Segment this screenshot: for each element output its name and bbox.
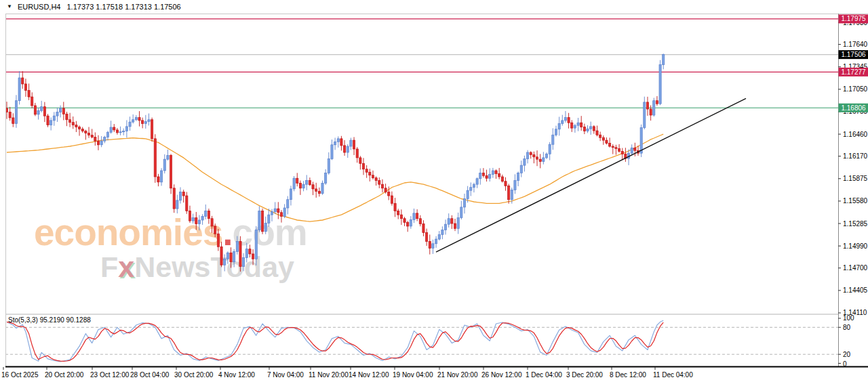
candle-body <box>85 131 87 133</box>
candle-body <box>356 149 358 158</box>
time-tick-label: 1 Dec 04:00 <box>526 371 562 379</box>
candle-body <box>315 189 317 191</box>
candle-body <box>47 116 49 125</box>
candle-body <box>325 173 327 183</box>
price-chart-canvas[interactable]: 1.179301.176401.173451.170501.167551.164… <box>0 0 868 384</box>
candle-body <box>236 241 238 251</box>
candle-body <box>606 140 608 143</box>
candle-body <box>514 181 516 190</box>
time-axis[interactable]: 16 Oct 202520 Oct 20:0023 Oct 12:0028 Oc… <box>1 367 693 379</box>
candle-body <box>448 219 450 224</box>
mt4-chart-window: ▼ EURUSD,H41.17373 1.17518 1.17313 1.175… <box>0 0 868 384</box>
candle-body <box>299 184 301 188</box>
candle-body <box>264 223 267 231</box>
candle-body <box>403 219 406 223</box>
candle-body <box>489 175 491 179</box>
candle-body <box>214 226 216 234</box>
candle-body <box>640 128 642 154</box>
candle-body <box>369 172 371 175</box>
candle-body <box>15 101 17 124</box>
time-tick-label: 11 Dec 04:00 <box>653 371 693 379</box>
candle-body <box>353 140 355 149</box>
stoch-tick-label: 0 <box>843 360 847 368</box>
candle-body <box>646 102 648 109</box>
candle-body <box>482 173 484 175</box>
candle-body <box>347 146 349 152</box>
symbol-dropdown-icon[interactable]: ▼ <box>7 4 12 9</box>
candle-body <box>388 192 390 196</box>
candle-body <box>555 129 557 135</box>
price-tick-label: 1.14990 <box>843 242 868 250</box>
candle-body <box>634 148 636 150</box>
price-tick-label: 1.17640 <box>843 41 868 48</box>
time-tick-label: 19 Nov 04:00 <box>393 371 433 379</box>
level-price-badge: 1.17975 <box>839 14 868 23</box>
candle-body <box>97 141 99 145</box>
candle-body <box>486 175 488 178</box>
candle-body <box>394 203 396 211</box>
candle-body <box>571 123 573 128</box>
level-price-badge-text: 1.17277 <box>841 68 866 76</box>
candle-body <box>463 199 465 207</box>
stoch-tick-label: 20 <box>843 351 851 358</box>
candle-body <box>249 249 251 254</box>
candle-body <box>179 192 181 200</box>
candle-body <box>72 123 74 125</box>
candle-body <box>362 163 364 169</box>
price-tick-label: 1.16170 <box>843 152 868 160</box>
candle-body <box>505 182 507 186</box>
candle-body <box>56 112 58 116</box>
candle-body <box>198 220 200 224</box>
candle-body <box>53 116 55 121</box>
candle-body <box>87 133 90 135</box>
candle-body <box>609 144 611 146</box>
candle-body <box>129 122 131 127</box>
chart-header: ▼ EURUSD,H41.17373 1.17518 1.17313 1.175… <box>0 0 868 14</box>
candle-body <box>309 181 311 185</box>
candle-body <box>224 259 226 265</box>
current-price-badge: 1.17506 <box>839 50 868 59</box>
candle-body <box>277 209 279 213</box>
candle-body <box>602 137 604 140</box>
candle-body <box>43 107 45 116</box>
candle-body <box>182 192 184 196</box>
time-tick-label: 28 Oct 04:00 <box>130 371 170 379</box>
candle-body <box>612 146 614 148</box>
candle-body <box>520 165 522 173</box>
price-tick-label: 1.15875 <box>843 175 868 182</box>
candle-body <box>416 213 418 219</box>
time-tick-label: 16 Oct 2025 <box>1 371 39 379</box>
candle-body <box>243 258 245 267</box>
stoch-tick-label: 80 <box>843 324 851 331</box>
candle-body <box>104 137 106 142</box>
candle-body <box>34 106 36 114</box>
chart-symbol-timeframe: EURUSD,H4 <box>18 3 61 11</box>
candle-body <box>31 97 33 106</box>
candle-body <box>631 148 633 153</box>
candle-body <box>321 184 323 194</box>
candle-body <box>432 244 434 249</box>
candle-body <box>331 145 333 159</box>
candle-body <box>476 179 478 184</box>
candle-body <box>312 185 314 189</box>
candle-body <box>526 152 528 159</box>
candle-body <box>359 158 361 163</box>
time-tick-label: 8 Dec 12:00 <box>610 371 646 379</box>
level-price-badge: 1.17277 <box>839 68 868 77</box>
candle-body <box>192 218 194 221</box>
candle-body <box>587 129 589 131</box>
candle-body <box>552 135 554 144</box>
stoch-tick-label: 100 <box>843 314 854 322</box>
candle-body <box>163 159 165 171</box>
candle-body <box>561 121 564 123</box>
candle-body <box>644 102 646 128</box>
candle-body <box>457 218 459 229</box>
candle-body <box>123 131 125 132</box>
candle-body <box>337 139 339 142</box>
candle-body <box>66 114 68 119</box>
candle-body <box>343 146 345 152</box>
candle-body <box>69 120 71 123</box>
candle-body <box>542 158 545 162</box>
candle-body <box>290 189 292 200</box>
candle-body <box>659 65 661 104</box>
